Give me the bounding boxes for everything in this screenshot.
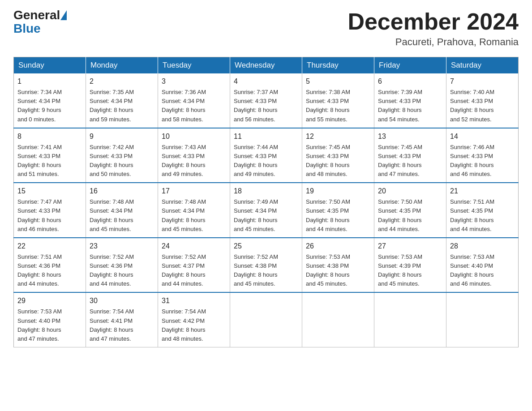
- day-info: Sunrise: 7:46 AMSunset: 4:33 PMDaylight:…: [450, 143, 515, 179]
- calendar-cell: 25Sunrise: 7:52 AMSunset: 4:38 PMDayligh…: [230, 238, 302, 293]
- calendar-cell: [230, 292, 302, 347]
- day-info: Sunrise: 7:47 AMSunset: 4:33 PMDaylight:…: [17, 197, 82, 234]
- day-info: Sunrise: 7:36 AMSunset: 4:34 PMDaylight:…: [162, 88, 226, 124]
- day-number: 3: [162, 76, 226, 87]
- day-info: Sunrise: 7:45 AMSunset: 4:33 PMDaylight:…: [306, 143, 370, 179]
- day-number: 9: [90, 131, 154, 142]
- day-number: 27: [378, 241, 442, 252]
- day-info: Sunrise: 7:38 AMSunset: 4:33 PMDaylight:…: [306, 88, 370, 124]
- day-number: 23: [90, 241, 154, 252]
- calendar-week-row: 1Sunrise: 7:34 AMSunset: 4:34 PMDaylight…: [14, 73, 519, 128]
- day-number: 21: [450, 186, 515, 197]
- day-info: Sunrise: 7:50 AMSunset: 4:35 PMDaylight:…: [306, 197, 370, 234]
- logo: General Blue: [13, 9, 67, 36]
- day-info: Sunrise: 7:53 AMSunset: 4:40 PMDaylight:…: [450, 253, 515, 289]
- calendar-cell: 12Sunrise: 7:45 AMSunset: 4:33 PMDayligh…: [302, 128, 374, 183]
- day-info: Sunrise: 7:48 AMSunset: 4:34 PMDaylight:…: [90, 197, 154, 234]
- logo-blue: Blue: [13, 21, 41, 36]
- day-info: Sunrise: 7:44 AMSunset: 4:33 PMDaylight:…: [234, 143, 298, 179]
- day-number: 30: [90, 295, 154, 306]
- day-number: 4: [234, 76, 298, 87]
- day-info: Sunrise: 7:35 AMSunset: 4:34 PMDaylight:…: [90, 88, 154, 124]
- logo-triangle-icon: [60, 10, 67, 20]
- calendar-cell: 31Sunrise: 7:54 AMSunset: 4:42 PMDayligh…: [158, 292, 230, 347]
- calendar-cell: 14Sunrise: 7:46 AMSunset: 4:33 PMDayligh…: [446, 128, 519, 183]
- calendar-subtitle: Pacureti, Prahova, Romania: [348, 36, 519, 48]
- calendar-week-row: 29Sunrise: 7:53 AMSunset: 4:40 PMDayligh…: [14, 292, 519, 347]
- day-info: Sunrise: 7:54 AMSunset: 4:42 PMDaylight:…: [162, 307, 226, 343]
- calendar-cell: 8Sunrise: 7:41 AMSunset: 4:33 PMDaylight…: [14, 128, 86, 183]
- day-info: Sunrise: 7:43 AMSunset: 4:33 PMDaylight:…: [162, 143, 226, 179]
- calendar-cell: 19Sunrise: 7:50 AMSunset: 4:35 PMDayligh…: [302, 183, 374, 238]
- day-number: 15: [17, 186, 82, 197]
- day-info: Sunrise: 7:51 AMSunset: 4:35 PMDaylight:…: [450, 197, 515, 234]
- day-info: Sunrise: 7:53 AMSunset: 4:38 PMDaylight:…: [306, 253, 370, 289]
- calendar-week-row: 8Sunrise: 7:41 AMSunset: 4:33 PMDaylight…: [14, 128, 519, 183]
- day-info: Sunrise: 7:39 AMSunset: 4:33 PMDaylight:…: [378, 88, 442, 124]
- weekday-header-saturday: Saturday: [446, 57, 519, 74]
- day-number: 25: [234, 241, 298, 252]
- calendar-cell: 22Sunrise: 7:51 AMSunset: 4:36 PMDayligh…: [14, 238, 86, 293]
- calendar-cell: 15Sunrise: 7:47 AMSunset: 4:33 PMDayligh…: [14, 183, 86, 238]
- day-number: 31: [162, 295, 226, 306]
- calendar-week-row: 22Sunrise: 7:51 AMSunset: 4:36 PMDayligh…: [14, 238, 519, 293]
- day-number: 18: [234, 186, 298, 197]
- calendar-cell: 10Sunrise: 7:43 AMSunset: 4:33 PMDayligh…: [158, 128, 230, 183]
- calendar-cell: 9Sunrise: 7:42 AMSunset: 4:33 PMDaylight…: [86, 128, 158, 183]
- calendar-cell: 16Sunrise: 7:48 AMSunset: 4:34 PMDayligh…: [86, 183, 158, 238]
- calendar-cell: 13Sunrise: 7:45 AMSunset: 4:33 PMDayligh…: [374, 128, 446, 183]
- title-section: December 2024 Pacureti, Prahova, Romania: [348, 9, 519, 48]
- day-info: Sunrise: 7:51 AMSunset: 4:36 PMDaylight:…: [17, 253, 82, 289]
- calendar-table: SundayMondayTuesdayWednesdayThursdayFrid…: [13, 57, 519, 347]
- calendar-cell: 5Sunrise: 7:38 AMSunset: 4:33 PMDaylight…: [302, 73, 374, 128]
- day-info: Sunrise: 7:42 AMSunset: 4:33 PMDaylight:…: [90, 143, 154, 179]
- calendar-week-row: 15Sunrise: 7:47 AMSunset: 4:33 PMDayligh…: [14, 183, 519, 238]
- day-info: Sunrise: 7:49 AMSunset: 4:34 PMDaylight:…: [234, 197, 298, 234]
- calendar-cell: 20Sunrise: 7:50 AMSunset: 4:35 PMDayligh…: [374, 183, 446, 238]
- day-info: Sunrise: 7:37 AMSunset: 4:33 PMDaylight:…: [234, 88, 298, 124]
- calendar-cell: 3Sunrise: 7:36 AMSunset: 4:34 PMDaylight…: [158, 73, 230, 128]
- day-number: 1: [17, 76, 82, 87]
- calendar-cell: [302, 292, 374, 347]
- day-number: 8: [17, 131, 82, 142]
- weekday-header-monday: Monday: [86, 57, 158, 74]
- page-header: General Blue December 2024 Pacureti, Pra…: [13, 9, 519, 48]
- day-info: Sunrise: 7:34 AMSunset: 4:34 PMDaylight:…: [17, 88, 82, 124]
- calendar-cell: 29Sunrise: 7:53 AMSunset: 4:40 PMDayligh…: [14, 292, 86, 347]
- day-number: 17: [162, 186, 226, 197]
- day-info: Sunrise: 7:53 AMSunset: 4:40 PMDaylight:…: [17, 307, 82, 343]
- calendar-cell: 17Sunrise: 7:48 AMSunset: 4:34 PMDayligh…: [158, 183, 230, 238]
- day-info: Sunrise: 7:52 AMSunset: 4:37 PMDaylight:…: [162, 253, 226, 289]
- calendar-cell: 11Sunrise: 7:44 AMSunset: 4:33 PMDayligh…: [230, 128, 302, 183]
- day-number: 26: [306, 241, 370, 252]
- calendar-cell: [446, 292, 519, 347]
- day-number: 13: [378, 131, 442, 142]
- calendar-title: December 2024: [348, 9, 519, 34]
- day-info: Sunrise: 7:52 AMSunset: 4:38 PMDaylight:…: [234, 253, 298, 289]
- day-info: Sunrise: 7:52 AMSunset: 4:36 PMDaylight:…: [90, 253, 154, 289]
- day-number: 22: [17, 241, 82, 252]
- calendar-cell: 18Sunrise: 7:49 AMSunset: 4:34 PMDayligh…: [230, 183, 302, 238]
- day-number: 2: [90, 76, 154, 87]
- day-number: 7: [450, 76, 515, 87]
- logo-general: General: [13, 9, 60, 21]
- day-number: 12: [306, 131, 370, 142]
- calendar-cell: 2Sunrise: 7:35 AMSunset: 4:34 PMDaylight…: [86, 73, 158, 128]
- day-info: Sunrise: 7:48 AMSunset: 4:34 PMDaylight:…: [162, 197, 226, 234]
- calendar-cell: 26Sunrise: 7:53 AMSunset: 4:38 PMDayligh…: [302, 238, 374, 293]
- weekday-header-row: SundayMondayTuesdayWednesdayThursdayFrid…: [14, 57, 519, 74]
- day-info: Sunrise: 7:53 AMSunset: 4:39 PMDaylight:…: [378, 253, 442, 289]
- weekday-header-tuesday: Tuesday: [158, 57, 230, 74]
- day-number: 19: [306, 186, 370, 197]
- day-number: 29: [17, 295, 82, 306]
- day-info: Sunrise: 7:41 AMSunset: 4:33 PMDaylight:…: [17, 143, 82, 179]
- day-number: 11: [234, 131, 298, 142]
- calendar-cell: 30Sunrise: 7:54 AMSunset: 4:41 PMDayligh…: [86, 292, 158, 347]
- calendar-cell: 24Sunrise: 7:52 AMSunset: 4:37 PMDayligh…: [158, 238, 230, 293]
- day-number: 5: [306, 76, 370, 87]
- day-number: 6: [378, 76, 442, 87]
- weekday-header-thursday: Thursday: [302, 57, 374, 74]
- day-info: Sunrise: 7:45 AMSunset: 4:33 PMDaylight:…: [378, 143, 442, 179]
- calendar-cell: 21Sunrise: 7:51 AMSunset: 4:35 PMDayligh…: [446, 183, 519, 238]
- calendar-cell: 28Sunrise: 7:53 AMSunset: 4:40 PMDayligh…: [446, 238, 519, 293]
